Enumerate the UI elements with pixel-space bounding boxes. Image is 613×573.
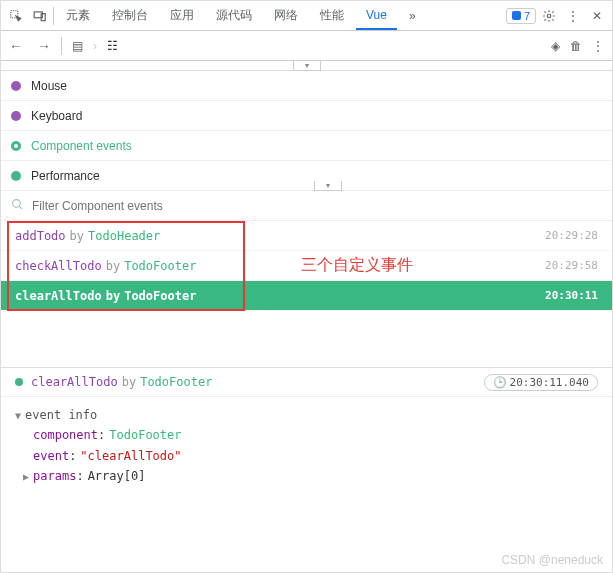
filter-input[interactable] xyxy=(32,199,602,213)
detail-body: ▼ event info component: TodoFooter event… xyxy=(1,397,612,495)
tab-vue[interactable]: Vue xyxy=(356,2,397,30)
tab-sources[interactable]: 源代码 xyxy=(206,1,262,30)
chevron-right-icon: › xyxy=(93,39,97,53)
event-type-label: Mouse xyxy=(31,79,67,93)
event-component: TodoFooter xyxy=(124,289,196,303)
tab-application[interactable]: 应用 xyxy=(160,1,204,30)
layers-icon[interactable]: ◈ xyxy=(551,39,560,53)
issues-badge[interactable]: 7 xyxy=(506,8,536,24)
event-component: TodoHeader xyxy=(88,229,160,243)
prop-key: params xyxy=(33,466,76,486)
event-type-component[interactable]: Component events xyxy=(1,131,612,161)
tree-section[interactable]: ▼ event info xyxy=(15,405,598,425)
event-type-label: Performance xyxy=(31,169,100,183)
timestamp-pill: 🕒 20:30:11.040 xyxy=(484,374,598,391)
kebab-icon[interactable]: ⋮ xyxy=(562,5,584,27)
back-icon[interactable]: ← xyxy=(9,38,23,54)
event-name: clearAllTodo xyxy=(15,289,102,303)
tab-network[interactable]: 网络 xyxy=(264,1,308,30)
dot-icon xyxy=(11,171,21,181)
detail-event-name: clearAllTodo xyxy=(31,375,118,389)
search-icon xyxy=(11,198,24,214)
svg-point-4 xyxy=(13,199,21,207)
timeline-view-icon[interactable]: ☷ xyxy=(107,39,118,53)
detail-by: by xyxy=(122,375,136,389)
prop-key: component xyxy=(33,425,98,445)
detail-component: TodoFooter xyxy=(140,375,212,389)
event-type-label: Component events xyxy=(31,139,132,153)
event-type-list: Mouse Keyboard Component events Performa… xyxy=(1,71,612,191)
event-item[interactable]: addTodo by TodoHeader 20:29:28 xyxy=(1,221,612,251)
delete-icon[interactable]: 🗑 xyxy=(570,39,582,53)
filter-row: ▾ xyxy=(1,191,612,221)
caret-down-icon: ▼ xyxy=(15,407,21,424)
badge-count: 7 xyxy=(524,10,530,22)
ring-icon xyxy=(11,141,21,151)
caret-right-icon: ▶ xyxy=(23,468,29,485)
prop-key: event xyxy=(33,446,69,466)
event-item-selected[interactable]: clearAllTodo by TodoFooter 20:30:11 xyxy=(1,281,612,311)
toolbar-kebab-icon[interactable]: ⋮ xyxy=(592,39,604,53)
device-icon[interactable] xyxy=(29,5,51,27)
event-type-performance[interactable]: Performance xyxy=(1,161,612,191)
events-list: 三个自定义事件 addTodo by TodoHeader 20:29:28 c… xyxy=(1,221,612,311)
vue-toolbar: ← → ▤ › ☷ ◈ 🗑 ⋮ xyxy=(1,31,612,61)
dot-icon xyxy=(11,81,21,91)
inspect-icon[interactable] xyxy=(5,5,27,27)
svg-line-5 xyxy=(19,206,22,209)
detail-header: clearAllTodo by TodoFooter 🕒 20:30:11.04… xyxy=(1,367,612,397)
event-time: 20:30:11 xyxy=(545,289,598,302)
gear-icon[interactable] xyxy=(538,5,560,27)
dot-icon xyxy=(11,111,21,121)
event-time: 20:29:28 xyxy=(545,229,598,242)
event-by: by xyxy=(106,289,120,303)
collapse-handle-icon[interactable]: ▾ xyxy=(293,61,321,71)
prop-value: "clearAllTodo" xyxy=(80,446,181,466)
forward-icon[interactable]: → xyxy=(37,38,51,54)
separator xyxy=(53,7,54,25)
svg-point-3 xyxy=(547,14,551,18)
devtools-tabs: 元素 控制台 应用 源代码 网络 性能 Vue » 7 ⋮ ✕ xyxy=(1,1,612,31)
event-type-mouse[interactable]: Mouse xyxy=(1,71,612,101)
tab-console[interactable]: 控制台 xyxy=(102,1,158,30)
event-name: checkAllTodo xyxy=(15,259,102,273)
collapse-bar: ▾ xyxy=(1,61,612,71)
tab-more[interactable]: » xyxy=(399,3,426,29)
event-component: TodoFooter xyxy=(124,259,196,273)
event-by: by xyxy=(106,259,120,273)
prop-value: Array[0] xyxy=(88,466,146,486)
tree-prop[interactable]: component: TodoFooter xyxy=(15,425,598,445)
event-name: addTodo xyxy=(15,229,66,243)
clock-icon: 🕒 xyxy=(493,376,507,389)
watermark: CSDN @neneduck xyxy=(501,553,603,567)
event-item[interactable]: checkAllTodo by TodoFooter 20:29:58 xyxy=(1,251,612,281)
dot-icon xyxy=(15,378,23,386)
section-label: event info xyxy=(25,405,97,425)
close-icon[interactable]: ✕ xyxy=(586,5,608,27)
event-by: by xyxy=(70,229,84,243)
prop-value: TodoFooter xyxy=(109,425,181,445)
event-time: 20:29:58 xyxy=(545,259,598,272)
tab-performance[interactable]: 性能 xyxy=(310,1,354,30)
tab-elements[interactable]: 元素 xyxy=(56,1,100,30)
collapse-handle-icon[interactable]: ▾ xyxy=(314,181,342,191)
tree-prop[interactable]: event: "clearAllTodo" xyxy=(15,446,598,466)
event-type-label: Keyboard xyxy=(31,109,82,123)
timestamp: 20:30:11.040 xyxy=(510,376,589,389)
event-type-keyboard[interactable]: Keyboard xyxy=(1,101,612,131)
component-view-icon[interactable]: ▤ xyxy=(72,39,83,53)
tree-prop-expandable[interactable]: ▶ params: Array[0] xyxy=(15,466,598,486)
